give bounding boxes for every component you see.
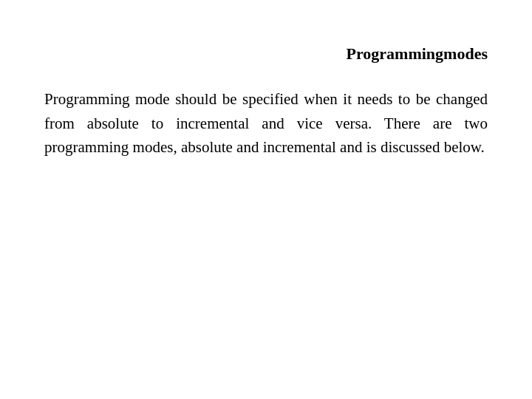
body-paragraph: Programming mode should be specified whe… [44,87,488,160]
title-row: Programmingmodes [44,44,488,64]
page-container: Programmingmodes Programming mode should… [0,0,532,399]
page-title: Programmingmodes [347,44,488,64]
